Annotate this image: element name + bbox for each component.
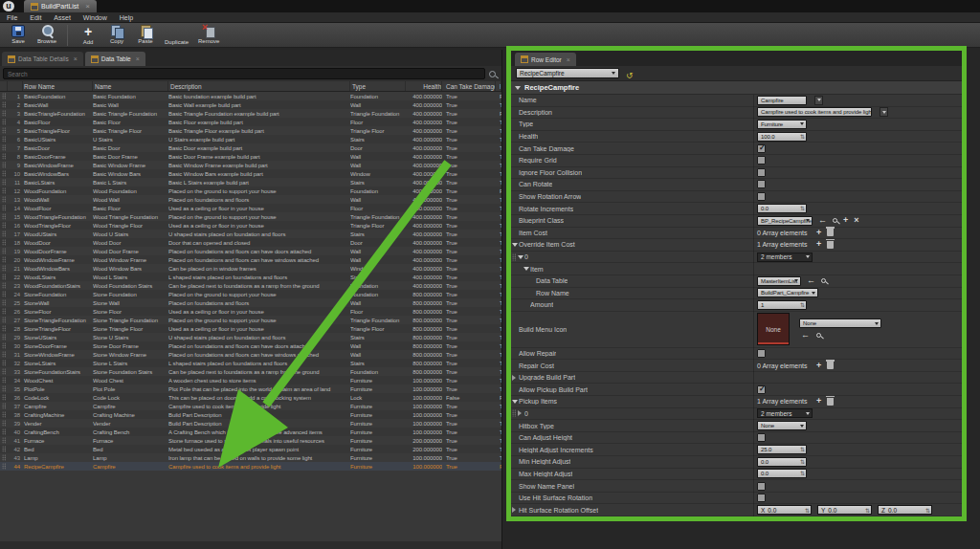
close-icon[interactable]: × — [567, 56, 570, 63]
search-input[interactable] — [3, 68, 485, 79]
table-row[interactable]: 1BasicFoundationBasic FoundationBasic fo… — [0, 92, 501, 100]
value-field[interactable]: Campfire — [757, 96, 807, 105]
members-dropdown[interactable]: 2 members — [757, 253, 813, 262]
row-drag-handle[interactable] — [0, 316, 8, 324]
column-header-can-take-damage[interactable]: Can Take Damage — [442, 81, 496, 91]
table-row[interactable]: 32StoneLStairsStone L StairsL shaped sta… — [0, 359, 501, 367]
table-row[interactable]: 41FurnaceFurnaceStone furnace used to sm… — [0, 436, 501, 445]
table-row[interactable]: 24StoneFoundationStone FoundationPlaced … — [0, 290, 501, 298]
plus-icon[interactable]: + — [816, 240, 821, 249]
table-row[interactable]: 7BasicDoorBasic DoorBasic Door example b… — [0, 143, 501, 152]
table-row[interactable]: 36CodeLockCode LockThis can be placed on… — [0, 393, 501, 402]
row-drag-handle[interactable] — [0, 255, 8, 264]
vector-field-y[interactable]: Y0.0 — [817, 505, 872, 515]
value-field[interactable]: 100.0 — [757, 132, 807, 142]
toolbar-button-paste[interactable]: Paste — [136, 25, 155, 44]
row-drag-handle[interactable] — [0, 92, 8, 100]
checkbox[interactable] — [757, 494, 766, 502]
table-row[interactable]: 30StoneDoorFrameStone Door FramePlaced o… — [0, 341, 501, 350]
checkbox[interactable] — [757, 482, 766, 491]
browse-to-asset-icon[interactable] — [833, 218, 837, 223]
row-drag-handle[interactable] — [0, 428, 8, 436]
plus-icon[interactable]: + — [816, 397, 821, 406]
reset-to-default-icon[interactable] — [626, 65, 634, 82]
checkbox[interactable] — [757, 168, 766, 177]
table-row[interactable]: 28StoneTriangleFloorStone Triangle Floor… — [0, 324, 501, 333]
table-row[interactable]: 42BedBedMetal bed useded as a way to set… — [0, 445, 501, 453]
members-dropdown[interactable]: 2 members — [757, 408, 813, 418]
row-drag-handle[interactable] — [0, 445, 8, 453]
plus-icon[interactable]: + — [843, 216, 848, 225]
vector-field-x[interactable]: X0.0 — [757, 505, 812, 515]
table-row[interactable]: 12WoodFoundationWood FoundationPlaced on… — [0, 187, 501, 195]
row-drag-handle[interactable] — [0, 298, 8, 307]
table-row[interactable]: 40CraftingBenchCrafting BenchA Crafting … — [0, 428, 501, 436]
row-drag-handle[interactable] — [0, 341, 8, 350]
value-field[interactable]: 0.0 — [757, 457, 807, 467]
table-row[interactable]: 21WoodWindowBarsWood Window BarsCan be p… — [0, 264, 501, 273]
row-drag-handle[interactable] — [0, 402, 8, 410]
checkbox[interactable] — [757, 385, 766, 394]
value-dropdown[interactable]: BP_RecipeCampfire — [757, 216, 813, 226]
row-drag-handle[interactable] — [0, 195, 8, 204]
table-row[interactable]: 19WoodDoorFrameWood Door FramePlaced on … — [0, 247, 501, 255]
row-drag-handle[interactable] — [0, 230, 8, 238]
table-row[interactable]: 35PlotPolePlot PolePlot Pole that can be… — [0, 384, 501, 393]
delete-icon[interactable] — [827, 398, 834, 406]
chevron-down-icon[interactable] — [523, 267, 529, 271]
browse-to-asset-icon[interactable] — [821, 278, 826, 283]
use-selected-asset-icon[interactable]: ← — [807, 276, 815, 285]
menu-edit[interactable]: Edit — [30, 14, 41, 21]
table-row[interactable]: 9BasicWindowFrameBasic Window FrameBasic… — [0, 161, 501, 169]
value-field[interactable]: Campfire used to cook items and provide … — [757, 107, 872, 117]
table-row[interactable]: 3BasicTriangleFoundationBasic Triangle F… — [0, 109, 501, 118]
table-row[interactable]: 39VenderVenderBuild Part DescriptionFurn… — [0, 419, 501, 428]
row-drag-handle[interactable] — [0, 247, 8, 255]
table-row[interactable]: 14WoodFloorBasic FloorUsed as a ceiling … — [0, 204, 501, 212]
table-row[interactable]: 6BasicUStairsU StairsU Stairs example bu… — [0, 135, 501, 143]
chevron-down-icon[interactable] — [512, 400, 518, 404]
table-row[interactable]: 20WoodWindowFrameWood Window FramePlaced… — [0, 255, 501, 264]
row-drag-handle[interactable] — [0, 161, 8, 169]
horizontal-scrollbar[interactable] — [0, 541, 501, 549]
row-drag-handle[interactable] — [0, 169, 8, 178]
row-drag-handle[interactable] — [0, 204, 8, 212]
table-row[interactable]: 26StoneFloorStone FloorUsed as a ceiling… — [0, 307, 501, 316]
delete-icon[interactable] — [827, 241, 834, 249]
row-drag-handle[interactable] — [0, 143, 8, 152]
menu-help[interactable]: Help — [120, 14, 133, 21]
grip-icon[interactable] — [512, 409, 516, 417]
table-row[interactable]: 38CraftingMachineCrafting MachineBuild P… — [0, 410, 501, 419]
column-header-row-name[interactable]: Row Name — [23, 81, 93, 91]
row-drag-handle[interactable] — [0, 367, 8, 376]
row-drag-handle[interactable] — [0, 212, 8, 221]
table-row[interactable]: 23WoodFoundationStairsWood Foundation St… — [0, 281, 501, 290]
row-drag-handle[interactable] — [0, 393, 8, 402]
dropdown-button[interactable] — [880, 107, 888, 117]
spinner-icon[interactable] — [865, 507, 870, 514]
chevron-down-icon[interactable] — [512, 243, 518, 247]
value-field[interactable]: 0.0 — [757, 204, 807, 213]
grip-icon[interactable] — [512, 253, 516, 261]
table-row[interactable]: 37CampfireCampfireCampfire used to cook … — [0, 402, 501, 410]
row-drag-handle[interactable] — [0, 264, 8, 273]
row-drag-handle[interactable] — [0, 436, 8, 445]
menu-file[interactable]: File — [7, 14, 17, 21]
table-row[interactable]: 27StoneTriangleFoundationStone Triangle … — [0, 316, 501, 324]
row-drag-handle[interactable] — [0, 281, 8, 290]
clear-icon[interactable]: × — [854, 216, 858, 225]
table-row[interactable]: 29StoneUStairsStone U StairsU shaped sta… — [0, 333, 501, 341]
checkbox[interactable] — [757, 156, 766, 165]
spinner-icon[interactable] — [800, 459, 805, 465]
toolbar-button-duplicate[interactable]: Duplicate — [165, 25, 189, 45]
toolbar-button-add[interactable]: Add — [78, 25, 98, 45]
asset-tab-buildpartlist[interactable]: BuildPartList × — [24, 0, 97, 12]
value-dropdown[interactable]: MasterItemList — [757, 276, 801, 286]
checkbox[interactable] — [757, 433, 766, 442]
row-drag-handle[interactable] — [0, 290, 8, 298]
tab-data-table-details[interactable]: Data Table Details× — [2, 52, 83, 66]
close-icon[interactable]: × — [85, 2, 90, 11]
table-row[interactable]: 34WoodChestWood ChestA wooden chest used… — [0, 376, 501, 384]
row-drag-handle[interactable] — [0, 376, 8, 384]
row-drag-handle[interactable] — [0, 109, 8, 118]
